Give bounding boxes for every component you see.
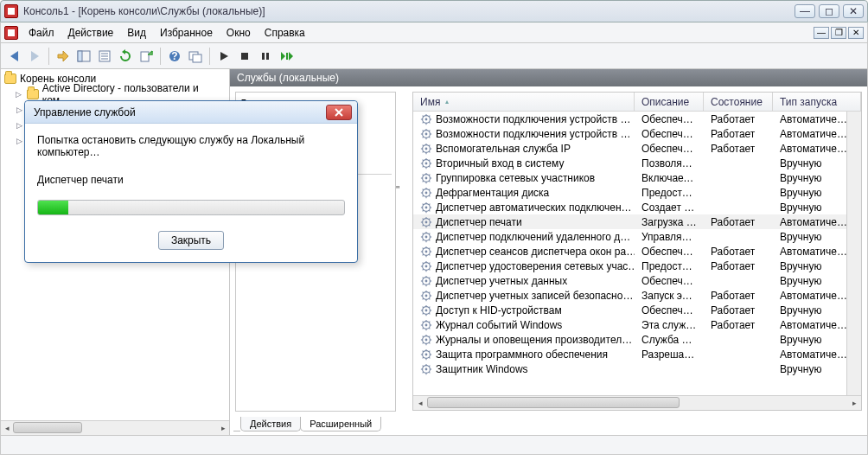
forward-button[interactable] [25, 47, 44, 66]
svg-rect-14 [286, 53, 288, 60]
service-row[interactable]: Журналы и оповещения производител…Служба… [413, 332, 861, 347]
dialog-titlebar[interactable]: Управление службой [25, 101, 357, 124]
service-name: Защита программного обеспечения [436, 348, 608, 361]
service-icon [420, 363, 432, 375]
scroll-thumb[interactable] [13, 422, 82, 433]
menu-файл[interactable]: Файл [22, 25, 61, 41]
list-h-scrollbar[interactable]: ◂ ▸ [413, 395, 861, 410]
menu-избранное[interactable]: Избранное [153, 25, 220, 41]
service-row[interactable]: Диспетчер подключений удаленного д…Управ… [413, 229, 861, 244]
service-row[interactable]: Доступ к HID-устройствамОбеспечи…Работае… [413, 303, 861, 317]
scroll-left-icon[interactable]: ◂ [1, 421, 13, 434]
svg-rect-6 [141, 52, 149, 61]
service-name: Диспетчер сеансов диспетчера окон ра… [436, 246, 635, 258]
service-desc: Загрузка … [635, 216, 704, 228]
service-icon [420, 246, 432, 258]
mdi-close-button[interactable]: ✕ [848, 27, 864, 39]
start-service-button[interactable] [214, 47, 233, 66]
col-state[interactable]: Состояние [704, 93, 773, 111]
close-button[interactable]: ✕ [843, 4, 864, 18]
dialog-body: Попытка остановить следующую службу на Л… [25, 124, 357, 262]
restart-service-button[interactable] [277, 47, 296, 66]
dialog-close-button[interactable] [326, 105, 352, 120]
svg-line-192 [429, 372, 430, 373]
svg-line-184 [429, 350, 430, 351]
service-row[interactable]: Диспетчер удостоверения сетевых учас…Пре… [413, 259, 861, 273]
col-name[interactable]: Имя▴ [413, 93, 635, 111]
content-header: Службы (локальные) [230, 69, 867, 86]
pause-service-button[interactable] [256, 47, 275, 66]
svg-line-163 [423, 328, 424, 329]
service-row[interactable]: Диспетчер учетных данныхОбеспечи…Вручную [413, 273, 861, 288]
svg-point-66 [425, 191, 428, 194]
new-window-button[interactable] [186, 47, 205, 66]
tree-h-scrollbar[interactable]: ◂ ▸ [1, 420, 229, 435]
svg-rect-12 [262, 53, 265, 60]
list-rows[interactable]: Возможности подключения устройств …Обесп… [413, 112, 861, 395]
service-row[interactable]: Группировка сетевых участниковВключает …… [413, 170, 861, 185]
svg-point-106 [425, 250, 428, 252]
dialog-close-action-button[interactable]: Закрыть [158, 231, 224, 250]
stop-service-button[interactable] [235, 47, 254, 66]
svg-point-166 [425, 338, 428, 341]
service-row[interactable]: Диспетчер учетных записей безопасно…Запу… [413, 288, 861, 303]
mdi-restore-button[interactable]: ❐ [831, 27, 846, 39]
up-button[interactable] [54, 47, 73, 66]
svg-line-102 [429, 240, 430, 240]
service-row[interactable]: Возможности подключения устройств …Обесп… [413, 126, 861, 141]
scroll-left-icon[interactable]: ◂ [413, 399, 427, 407]
svg-point-46 [425, 162, 428, 164]
service-desc: Предостав… [635, 260, 704, 272]
back-button[interactable] [4, 47, 23, 66]
svg-rect-13 [266, 53, 269, 60]
menu-действие[interactable]: Действие [61, 25, 121, 41]
col-desc[interactable]: Описание [635, 93, 704, 111]
service-row[interactable]: Диспетчер печатиЗагрузка …РаботаетАвтома… [413, 214, 861, 229]
scroll-right-icon[interactable]: ▸ [847, 399, 861, 407]
svg-point-56 [425, 176, 428, 179]
service-desc: Позволяет… [635, 157, 704, 169]
expander-icon[interactable]: ▷ [15, 121, 23, 130]
expander-icon[interactable]: ▷ [15, 90, 23, 99]
tab-actions[interactable]: Действия [240, 417, 301, 431]
window-buttons: — ◻ ✕ [795, 4, 864, 18]
window-title: Консоль1 - [Корень консоли\Службы (локал… [23, 5, 795, 17]
service-row[interactable]: Защитник WindowsВручную [413, 361, 861, 376]
properties-button[interactable] [95, 47, 114, 66]
help-button[interactable]: ? [165, 47, 184, 66]
show-hide-tree-button[interactable] [74, 47, 93, 66]
scroll-thumb[interactable] [427, 397, 680, 408]
scroll-right-icon[interactable]: ▸ [217, 421, 229, 434]
bottom-tabs: Действия Расширенный [233, 414, 380, 431]
col-startup[interactable]: Тип запуска [773, 93, 861, 111]
service-name: Защитник Windows [436, 363, 528, 375]
dialog-title: Управление службой [34, 106, 326, 118]
menu-вид[interactable]: Вид [120, 25, 153, 41]
svg-line-183 [423, 357, 424, 358]
service-row[interactable]: Возможности подключения устройств …Обесп… [413, 112, 861, 126]
service-row[interactable]: Вспомогательная служба IPОбеспечи…Работа… [413, 141, 861, 156]
svg-line-123 [423, 269, 424, 270]
progress-bar [37, 200, 345, 215]
menu-окно[interactable]: Окно [220, 25, 258, 41]
service-row[interactable]: Журнал событий WindowsЭта служб…Работает… [413, 317, 861, 332]
list-v-scrollbar[interactable] [846, 112, 861, 395]
service-name: Диспетчер печати [436, 216, 522, 228]
expander-icon[interactable]: ▷ [15, 137, 23, 145]
expander-icon[interactable]: ▷ [15, 105, 23, 114]
service-row[interactable]: Диспетчер сеансов диспетчера окон ра…Обе… [413, 244, 861, 259]
mdi-minimize-button[interactable]: — [814, 27, 829, 39]
svg-line-63 [423, 181, 424, 182]
service-row[interactable]: Вторичный вход в системуПозволяет…Вручну… [413, 156, 861, 170]
refresh-button[interactable] [116, 47, 135, 66]
minimize-button[interactable]: — [795, 4, 815, 18]
menu-справка[interactable]: Справка [258, 25, 312, 41]
svg-line-144 [429, 291, 430, 292]
maximize-button[interactable]: ◻ [819, 4, 839, 18]
service-row[interactable]: Дефрагментация дискаПредостав…Вручную [413, 185, 861, 200]
svg-line-23 [423, 122, 424, 123]
service-row[interactable]: Диспетчер автоматических подключен…Созда… [413, 200, 861, 214]
service-row[interactable]: Защита программного обеспеченияРазрешает… [413, 347, 861, 361]
export-button[interactable] [137, 47, 156, 66]
tab-extended[interactable]: Расширенный [300, 417, 381, 431]
